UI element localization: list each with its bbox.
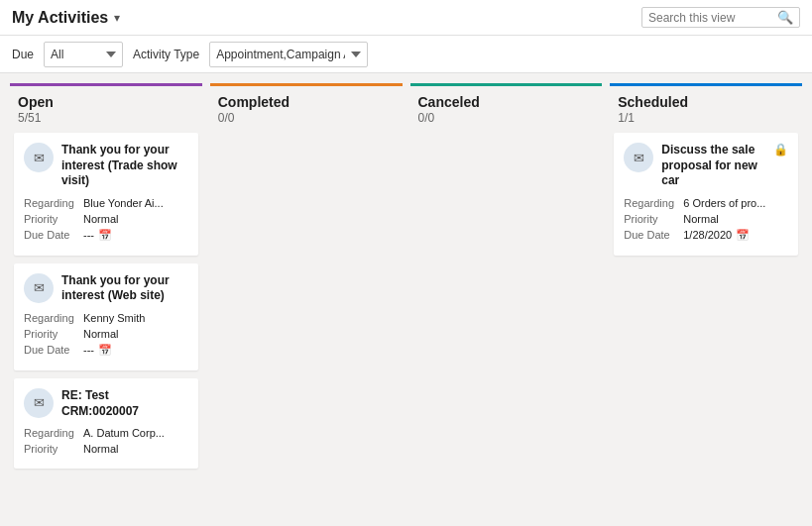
field-label: Regarding: [24, 312, 83, 324]
card-field-row: Due Date1/28/2020📅: [624, 229, 788, 242]
card-type-icon: ✉: [24, 273, 54, 303]
field-value: 1/28/2020📅: [683, 229, 788, 242]
field-value: Normal: [683, 213, 788, 225]
field-value: Blue Yonder Ai...: [83, 197, 188, 209]
filters-bar: Due All Activity Type Appointment,Campai…: [0, 36, 812, 73]
column-header-canceled: Canceled0/0: [410, 83, 603, 129]
card-title: Thank you for your interest (Trade show …: [61, 143, 188, 189]
card-header: ✉Discuss the sale proposal for new car🔒: [624, 143, 788, 189]
field-label: Due Date: [24, 344, 83, 357]
column-count: 0/0: [418, 111, 595, 125]
field-value: Normal: [83, 328, 188, 340]
card-fields: RegardingKenny SmithPriorityNormalDue Da…: [24, 312, 188, 357]
column-title: Open: [18, 94, 194, 110]
card[interactable]: ✉Discuss the sale proposal for new car🔒R…: [614, 133, 798, 256]
column-body-canceled: [410, 129, 603, 516]
card-field-row: Due Date---📅: [24, 344, 188, 357]
card-type-icon: ✉: [624, 143, 653, 172]
field-value: A. Datum Corp...: [83, 427, 188, 439]
card-fields: RegardingBlue Yonder Ai...PriorityNormal…: [24, 197, 188, 242]
calendar-icon[interactable]: 📅: [98, 344, 112, 357]
column-title: Scheduled: [618, 94, 794, 110]
card-field-row: PriorityNormal: [24, 443, 188, 455]
column-count: 1/1: [618, 111, 794, 125]
field-value: ---📅: [83, 229, 188, 242]
card-title: Thank you for your interest (Web site): [61, 273, 188, 304]
page-title: My Activities: [12, 9, 108, 27]
column-header-scheduled: Scheduled1/1: [610, 83, 802, 129]
due-filter-label: Due: [12, 48, 34, 61]
column-body-scheduled: ✉Discuss the sale proposal for new car🔒R…: [610, 129, 802, 516]
card-type-icon: ✉: [24, 388, 54, 418]
activity-type-label: Activity Type: [133, 48, 199, 61]
card-field-row: RegardingA. Datum Corp...: [24, 427, 188, 439]
column-body-open: ✉Thank you for your interest (Trade show…: [10, 129, 202, 516]
card[interactable]: ✉Thank you for your interest (Web site)R…: [14, 263, 198, 370]
card[interactable]: ✉RE: Test CRM:0020007RegardingA. Datum C…: [14, 378, 198, 469]
card-fields: RegardingA. Datum Corp...PriorityNormal: [24, 427, 188, 455]
app-header: My Activities ▾ 🔍: [0, 0, 812, 36]
field-value: Normal: [83, 443, 188, 455]
card-title: RE: Test CRM:0020007: [61, 388, 188, 419]
card-field-row: Regarding6 Orders of pro...: [624, 197, 788, 209]
search-input[interactable]: [648, 11, 777, 25]
field-label: Priority: [624, 213, 683, 225]
field-label: Priority: [24, 213, 83, 225]
card-field-row: PriorityNormal: [24, 328, 188, 340]
column-header-completed: Completed0/0: [210, 83, 403, 129]
card-field-row: PriorityNormal: [24, 213, 188, 225]
card-field-row: PriorityNormal: [624, 213, 788, 225]
calendar-icon[interactable]: 📅: [736, 229, 750, 242]
field-label: Priority: [24, 328, 83, 340]
column-count: 5/51: [18, 111, 194, 125]
column-title: Canceled: [418, 94, 595, 110]
card-fields: Regarding6 Orders of pro...PriorityNorma…: [624, 197, 788, 242]
activity-type-select[interactable]: Appointment,Campaign Acti...: [209, 42, 368, 67]
card-field-row: Due Date---📅: [24, 229, 188, 242]
field-label: Due Date: [624, 229, 683, 242]
field-label: Regarding: [24, 427, 83, 439]
search-icon: 🔍: [777, 10, 793, 25]
search-box[interactable]: 🔍: [641, 7, 800, 28]
due-filter-select[interactable]: All: [44, 42, 123, 67]
card-field-row: RegardingBlue Yonder Ai...: [24, 197, 188, 209]
column-header-open: Open5/51: [10, 83, 202, 129]
column-scheduled: Scheduled1/1✉Discuss the sale proposal f…: [610, 83, 802, 516]
card-header: ✉RE: Test CRM:0020007: [24, 388, 188, 419]
field-label: Regarding: [624, 197, 683, 209]
column-open: Open5/51✉Thank you for your interest (Tr…: [10, 83, 202, 516]
field-value: 6 Orders of pro...: [683, 197, 788, 209]
card-title: Discuss the sale proposal for new car: [661, 143, 765, 189]
chevron-down-icon[interactable]: ▾: [114, 11, 120, 25]
field-label: Due Date: [24, 229, 83, 242]
field-label: Regarding: [24, 197, 83, 209]
card-header: ✉Thank you for your interest (Trade show…: [24, 143, 188, 189]
card[interactable]: ✉Thank you for your interest (Trade show…: [14, 133, 198, 256]
header-left: My Activities ▾: [12, 9, 120, 27]
card-type-icon: ✉: [24, 143, 54, 172]
kanban-board: Open5/51✉Thank you for your interest (Tr…: [0, 73, 812, 526]
column-completed: Completed0/0: [210, 83, 403, 516]
card-field-row: RegardingKenny Smith: [24, 312, 188, 324]
field-value: Kenny Smith: [83, 312, 188, 324]
lock-icon: 🔒: [773, 143, 788, 157]
field-value: ---📅: [83, 344, 188, 357]
calendar-icon[interactable]: 📅: [98, 229, 112, 242]
field-label: Priority: [24, 443, 83, 455]
field-value: Normal: [83, 213, 188, 225]
column-body-completed: [210, 129, 403, 516]
column-canceled: Canceled0/0: [410, 83, 603, 516]
column-count: 0/0: [218, 111, 395, 125]
card-header: ✉Thank you for your interest (Web site): [24, 273, 188, 304]
column-title: Completed: [218, 94, 395, 110]
